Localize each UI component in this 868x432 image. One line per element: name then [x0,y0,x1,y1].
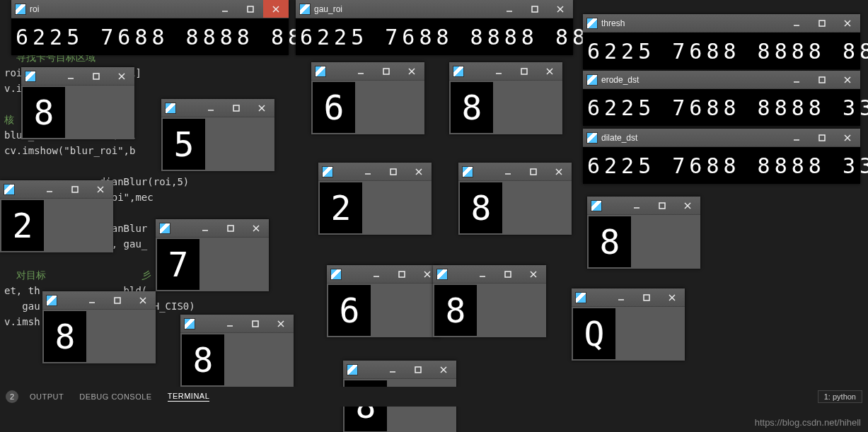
titlebar[interactable]: roi [11,0,289,18]
titlebar[interactable] [458,163,572,181]
minimize-button[interactable] [364,265,389,283]
maximize-button[interactable] [495,265,521,283]
titlebar[interactable]: gau_roi [296,0,573,18]
maximize-button[interactable] [809,14,835,32]
minimize-button[interactable] [497,0,522,18]
titlebar[interactable]: thresh [583,14,860,33]
maximize-button[interactable] [511,62,537,80]
close-button[interactable] [548,0,573,18]
maximize-button[interactable] [521,163,546,180]
digit-window[interactable]: Q [572,288,685,361]
image-window[interactable]: gau_roi 6225 7688 8888 8888 [296,0,573,55]
titlebar[interactable] [343,361,456,379]
close-button[interactable] [835,14,860,32]
close-button[interactable] [835,129,860,146]
maximize-button[interactable] [405,361,431,378]
titlebar[interactable]: erode_dst [583,71,860,89]
maximize-button[interactable] [809,129,835,146]
maximize-button[interactable] [218,219,243,237]
close-button[interactable] [130,291,156,309]
digit-window[interactable]: 8 [449,62,562,134]
maximize-button[interactable] [522,0,548,18]
digit-window[interactable]: 5 [161,99,274,171]
titlebar[interactable] [318,163,432,181]
titlebar[interactable] [433,265,546,284]
tab-debug-console[interactable]: DEBUG CONSOLE [79,392,151,401]
digit-window[interactable]: 8 [587,197,700,269]
maximize-button[interactable] [238,0,263,18]
minimize-button[interactable] [79,291,105,309]
maximize-button[interactable] [105,291,130,309]
maximize-button[interactable] [649,197,675,214]
titlebar[interactable] [0,180,113,199]
digit-window[interactable]: 6 [327,265,440,337]
close-button[interactable] [88,180,113,198]
minimize-button[interactable] [784,129,809,146]
tab-output[interactable]: OUTPUT [30,392,64,401]
image-window[interactable]: roi 6225 7688 8888 8888 [11,0,289,55]
close-button[interactable] [268,315,294,332]
close-button[interactable] [431,361,456,378]
tab-terminal[interactable]: TERMINAL [168,392,210,402]
titlebar[interactable] [311,62,424,81]
minimize-button[interactable] [198,99,224,117]
close-button[interactable] [521,265,546,283]
image-window[interactable]: erode_dst 6225 7688 8888 3388 [583,71,860,126]
close-button[interactable] [675,197,700,214]
minimize-button[interactable] [355,163,381,180]
maximize-button[interactable] [634,288,659,306]
maximize-button[interactable] [381,163,406,180]
close-button[interactable] [243,219,269,237]
close-button[interactable] [263,0,289,18]
close-button[interactable] [546,163,572,180]
maximize-button[interactable] [62,180,88,198]
terminal-selector[interactable]: 1: python [818,390,862,403]
digit-window[interactable]: 8 [433,265,546,337]
digit-window[interactable]: 8 [21,67,134,139]
minimize-button[interactable] [470,265,495,283]
minimize-button[interactable] [608,288,634,306]
minimize-button[interactable] [58,67,83,85]
minimize-button[interactable] [624,197,649,214]
titlebar[interactable] [180,315,294,333]
close-button[interactable] [109,67,134,85]
minimize-button[interactable] [380,361,405,378]
close-button[interactable] [406,163,432,180]
close-button[interactable] [399,62,424,80]
minimize-button[interactable] [784,71,809,88]
close-button[interactable] [835,71,860,88]
titlebar[interactable] [156,219,269,238]
minimize-button[interactable] [495,163,521,180]
minimize-button[interactable] [348,62,374,80]
digit-window[interactable]: 8 [458,163,572,235]
minimize-button[interactable] [212,0,238,18]
digit-window[interactable]: 2 [318,163,432,235]
digit-window[interactable]: 2 [0,180,113,252]
titlebar[interactable] [572,288,685,307]
titlebar[interactable] [42,291,156,310]
image-window[interactable]: dilate_dst 6225 7688 8888 3388 [583,129,860,184]
close-button[interactable] [659,288,685,306]
maximize-button[interactable] [224,99,249,117]
close-button[interactable] [537,62,562,80]
maximize-button[interactable] [389,265,415,283]
digit-window[interactable]: 8 [180,315,294,387]
minimize-button[interactable] [37,180,62,198]
maximize-button[interactable] [83,67,109,85]
digit-window[interactable]: 7 [156,219,269,291]
titlebar[interactable] [161,99,274,117]
minimize-button[interactable] [784,14,809,32]
titlebar[interactable] [327,265,440,284]
maximize-button[interactable] [243,315,268,332]
maximize-button[interactable] [809,71,835,88]
maximize-button[interactable] [374,62,399,80]
titlebar[interactable] [587,197,700,215]
digit-window[interactable]: 6 [311,62,424,134]
minimize-button[interactable] [217,315,243,332]
minimize-button[interactable] [486,62,511,80]
minimize-button[interactable] [192,219,218,237]
titlebar[interactable]: dilate_dst [583,129,860,147]
digit-window[interactable]: 8 [42,291,156,363]
titlebar[interactable] [21,67,134,86]
image-window[interactable]: thresh 6225 7688 8888 8888 [583,14,860,69]
